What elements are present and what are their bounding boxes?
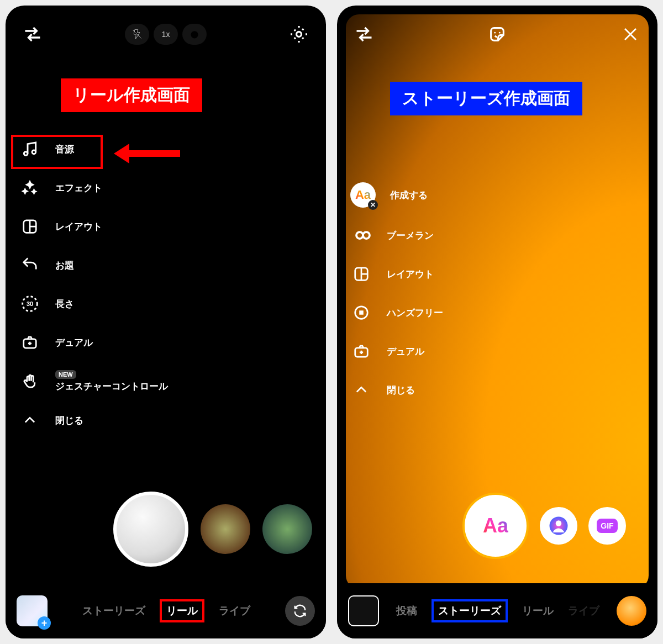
flash-off-icon[interactable] — [125, 24, 149, 45]
annotation-reel: リール作成画面 — [61, 78, 202, 112]
option-label: 閉じる — [387, 384, 415, 397]
option-label: デュアル — [387, 345, 424, 358]
tab-reel[interactable]: リール — [160, 599, 204, 622]
gallery-thumbnail[interactable] — [348, 595, 379, 626]
effect-preview-2[interactable] — [262, 504, 312, 554]
mode-tabs: ストーリーズ リール ライブ — [59, 599, 274, 622]
tab-stories[interactable]: ストーリーズ — [432, 599, 508, 622]
option-layout[interactable]: レイアウト — [19, 215, 168, 237]
option-dual[interactable]: デュアル — [19, 331, 168, 353]
svg-point-8 — [499, 32, 501, 34]
svg-rect-11 — [359, 310, 364, 315]
effect-avatar[interactable] — [540, 507, 577, 545]
timer-icon[interactable] — [182, 24, 207, 45]
create-aa-icon: Aa ✕ — [350, 182, 376, 208]
tab-post[interactable]: 投稿 — [396, 604, 417, 618]
top-bar: 1x — [6, 18, 326, 51]
swap-arrows-icon[interactable] — [352, 23, 376, 46]
option-label: レイアウト — [55, 220, 102, 233]
bottom-bar: + ストーリーズ リール ライブ — [6, 583, 326, 638]
new-badge: NEW — [55, 370, 76, 379]
sparkle-icon — [19, 177, 41, 199]
option-label: エフェクト — [55, 182, 102, 194]
duration-icon: 30 — [19, 293, 41, 315]
reel-options: 音源 エフェクト レイアウト お題 30 長さ デュアル — [19, 138, 168, 431]
layout-icon — [19, 215, 41, 237]
infinity-icon — [350, 224, 372, 246]
option-label: 閉じる — [55, 414, 83, 427]
effect-gif[interactable]: GIF — [588, 507, 626, 545]
shutter-row — [6, 492, 326, 567]
option-label: 作成する — [390, 189, 428, 202]
top-center-controls: 1x — [125, 24, 207, 45]
option-topic[interactable]: お題 — [19, 254, 168, 276]
option-label: お題 — [55, 259, 74, 272]
option-dual[interactable]: デュアル — [350, 340, 443, 362]
shutter-button[interactable] — [113, 492, 188, 567]
close-icon[interactable] — [619, 23, 642, 46]
tab-live[interactable]: ライブ — [219, 604, 250, 618]
option-close[interactable]: 閉じる — [350, 379, 443, 401]
annotation-stories: ストーリーズ作成画面 — [390, 82, 582, 115]
chevron-up-icon — [350, 379, 372, 401]
layout-icon — [350, 263, 372, 285]
reply-icon — [19, 254, 41, 276]
bottom-bar: 投稿 ストーリーズ リール ライブ — [337, 583, 657, 638]
option-handsfree[interactable]: ハンズフリー — [350, 302, 443, 324]
option-effect[interactable]: エフェクト — [19, 177, 168, 199]
option-label: レイアウト — [387, 268, 434, 281]
option-create[interactable]: Aa ✕ 作成する — [350, 182, 443, 208]
remove-x-icon: ✕ — [368, 200, 378, 210]
plus-badge-icon: + — [38, 616, 51, 630]
option-close[interactable]: 閉じる — [19, 409, 168, 431]
tab-stories[interactable]: ストーリーズ — [82, 604, 145, 618]
svg-point-14 — [556, 520, 562, 526]
option-label: ハンズフリー — [387, 307, 443, 319]
camera-plus-icon — [350, 340, 372, 362]
stories-options: Aa ✕ 作成する ブーメラン レイアウト ハンズフリー デュアル 閉じる — [350, 182, 443, 401]
option-label: デュアル — [55, 336, 93, 349]
option-boomerang[interactable]: ブーメラン — [350, 224, 443, 246]
zoom-level[interactable]: 1x — [154, 24, 178, 45]
svg-point-1 — [297, 32, 302, 37]
option-label: 長さ — [55, 298, 74, 310]
hand-icon — [19, 371, 41, 393]
arrow-annotation — [114, 144, 180, 163]
chevron-up-icon — [19, 409, 41, 431]
top-bar — [337, 18, 657, 51]
stories-create-screen: ストーリーズ作成画面 Aa ✕ 作成する ブーメラン レイアウト ハンズフリー … — [337, 6, 657, 638]
tab-reel[interactable]: リール — [522, 604, 554, 618]
camera-plus-icon — [19, 331, 41, 353]
tab-live[interactable]: ライブ — [568, 604, 599, 618]
settings-icon[interactable] — [287, 23, 311, 46]
option-label: ジェスチャーコントロール — [55, 380, 168, 393]
option-length[interactable]: 30 長さ — [19, 293, 168, 315]
reel-create-screen: 1x リール作成画面 音源 エフェクト レイアウト お題 — [6, 6, 326, 638]
sticker-icon[interactable] — [486, 23, 509, 46]
record-icon — [350, 302, 372, 324]
camera-swap-button[interactable] — [285, 596, 315, 626]
mode-tabs: 投稿 ストーリーズ リール ライブ — [390, 599, 606, 622]
svg-point-0 — [191, 31, 198, 38]
effect-row: Aa GIF — [337, 493, 657, 559]
option-gesture[interactable]: NEW ジェスチャーコントロール — [19, 370, 168, 393]
option-label: ブーメラン — [387, 229, 434, 242]
effect-main-aa[interactable]: Aa — [462, 493, 529, 559]
option-text-col: NEW ジェスチャーコントロール — [55, 370, 168, 393]
swap-arrows-icon[interactable] — [21, 23, 44, 46]
option-layout[interactable]: レイアウト — [350, 263, 443, 285]
highlight-red-box — [11, 135, 103, 169]
effect-preview-1[interactable] — [201, 504, 250, 554]
gradient-preview[interactable] — [617, 596, 646, 626]
gallery-thumbnail[interactable]: + — [17, 595, 48, 626]
svg-point-7 — [494, 32, 496, 34]
